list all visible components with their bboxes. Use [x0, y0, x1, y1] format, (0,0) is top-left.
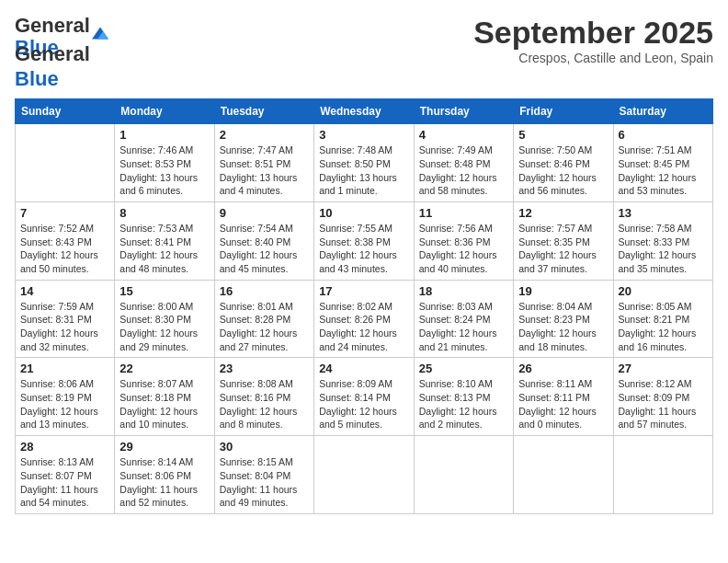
calendar-table: Sunday Monday Tuesday Wednesday Thursday…	[15, 98, 713, 514]
calendar-cell: 3 Sunrise: 7:48 AM Sunset: 8:50 PM Dayli…	[314, 124, 415, 202]
page-header: GeneralBlue General Blue September 2025 …	[15, 15, 713, 91]
sunset: Sunset: 8:50 PM	[319, 158, 391, 169]
daylight: Daylight: 12 hours and 8 minutes.	[220, 406, 298, 431]
day-info: Sunrise: 8:11 AM Sunset: 8:11 PM Dayligh…	[518, 377, 608, 431]
location-subtitle: Crespos, Castille and Leon, Spain	[473, 51, 713, 65]
sunrise: Sunrise: 8:15 AM	[220, 456, 293, 467]
sunrise: Sunrise: 7:56 AM	[419, 223, 493, 234]
day-info: Sunrise: 7:55 AM Sunset: 8:38 PM Dayligh…	[319, 222, 409, 276]
day-info: Sunrise: 7:46 AM Sunset: 8:53 PM Dayligh…	[119, 144, 209, 198]
calendar-cell: 2 Sunrise: 7:47 AM Sunset: 8:51 PM Dayli…	[214, 124, 313, 202]
sunrise: Sunrise: 8:11 AM	[518, 378, 592, 389]
header-tuesday: Tuesday	[214, 99, 313, 124]
daylight: Daylight: 12 hours and 2 minutes.	[419, 406, 497, 431]
calendar-cell	[16, 124, 115, 202]
day-number: 18	[419, 284, 508, 298]
day-info: Sunrise: 8:05 AM Sunset: 8:21 PM Dayligh…	[619, 300, 709, 354]
calendar-cell: 22 Sunrise: 8:07 AM Sunset: 8:18 PM Dayl…	[115, 358, 214, 436]
calendar-cell: 21 Sunrise: 8:06 AM Sunset: 8:19 PM Dayl…	[16, 358, 115, 436]
sunset: Sunset: 8:38 PM	[319, 236, 391, 247]
daylight: Daylight: 12 hours and 24 minutes.	[319, 327, 397, 352]
calendar-week-row: 28 Sunrise: 8:13 AM Sunset: 8:07 PM Dayl…	[16, 436, 713, 514]
logo: GeneralBlue General Blue	[15, 15, 108, 91]
day-number: 16	[220, 284, 309, 298]
sunset: Sunset: 8:51 PM	[220, 158, 291, 169]
day-info: Sunrise: 8:09 AM Sunset: 8:14 PM Dayligh…	[319, 377, 409, 431]
sunrise: Sunrise: 8:03 AM	[419, 301, 493, 312]
sunset: Sunset: 8:45 PM	[619, 158, 690, 169]
calendar-cell: 24 Sunrise: 8:09 AM Sunset: 8:14 PM Dayl…	[314, 358, 415, 436]
calendar-cell: 27 Sunrise: 8:12 AM Sunset: 8:09 PM Dayl…	[613, 358, 713, 436]
sunrise: Sunrise: 7:59 AM	[20, 301, 94, 312]
day-info: Sunrise: 7:53 AM Sunset: 8:41 PM Dayligh…	[119, 222, 209, 276]
sunrise: Sunrise: 8:02 AM	[319, 301, 392, 312]
daylight: Daylight: 12 hours and 18 minutes.	[518, 327, 597, 352]
sunset: Sunset: 8:24 PM	[419, 314, 491, 325]
sunrise: Sunrise: 7:52 AM	[20, 223, 94, 234]
day-info: Sunrise: 8:07 AM Sunset: 8:18 PM Dayligh…	[119, 377, 209, 431]
sunrise: Sunrise: 8:10 AM	[419, 378, 493, 389]
calendar-cell: 28 Sunrise: 8:13 AM Sunset: 8:07 PM Dayl…	[16, 436, 115, 514]
calendar-cell: 10 Sunrise: 7:55 AM Sunset: 8:38 PM Dayl…	[314, 201, 415, 280]
sunrise: Sunrise: 8:06 AM	[20, 378, 94, 389]
calendar-cell	[314, 436, 415, 514]
day-info: Sunrise: 8:00 AM Sunset: 8:30 PM Dayligh…	[119, 300, 209, 354]
day-number: 17	[319, 284, 409, 298]
daylight: Daylight: 11 hours and 57 minutes.	[619, 406, 697, 431]
sunset: Sunset: 8:18 PM	[119, 392, 191, 403]
sunrise: Sunrise: 8:07 AM	[119, 378, 193, 389]
day-number: 13	[619, 206, 709, 220]
day-number: 12	[518, 206, 608, 220]
sunset: Sunset: 8:07 PM	[20, 470, 92, 481]
day-info: Sunrise: 7:58 AM Sunset: 8:33 PM Dayligh…	[619, 222, 709, 276]
day-number: 23	[220, 362, 309, 375]
calendar-cell: 1 Sunrise: 7:46 AM Sunset: 8:53 PM Dayli…	[115, 124, 214, 202]
day-number: 9	[220, 206, 309, 220]
calendar-cell: 26 Sunrise: 8:11 AM Sunset: 8:11 PM Dayl…	[514, 358, 613, 436]
sunset: Sunset: 8:26 PM	[319, 314, 391, 325]
day-number: 5	[518, 128, 608, 142]
calendar-week-row: 7 Sunrise: 7:52 AM Sunset: 8:43 PM Dayli…	[16, 201, 713, 280]
day-info: Sunrise: 8:06 AM Sunset: 8:19 PM Dayligh…	[20, 377, 109, 431]
header-wednesday: Wednesday	[314, 99, 415, 124]
day-number: 27	[619, 362, 709, 375]
calendar-cell: 9 Sunrise: 7:54 AM Sunset: 8:40 PM Dayli…	[214, 201, 313, 280]
day-info: Sunrise: 7:59 AM Sunset: 8:31 PM Dayligh…	[20, 300, 109, 354]
calendar-cell: 19 Sunrise: 8:04 AM Sunset: 8:23 PM Dayl…	[514, 280, 613, 358]
calendar-cell: 8 Sunrise: 7:53 AM Sunset: 8:41 PM Dayli…	[115, 201, 214, 280]
daylight: Daylight: 12 hours and 53 minutes.	[619, 172, 697, 197]
day-info: Sunrise: 8:13 AM Sunset: 8:07 PM Dayligh…	[20, 455, 109, 510]
sunset: Sunset: 8:09 PM	[619, 392, 690, 403]
sunset: Sunset: 8:46 PM	[518, 158, 590, 169]
logo-blue: Blue	[15, 67, 59, 90]
day-info: Sunrise: 7:51 AM Sunset: 8:45 PM Dayligh…	[619, 144, 709, 198]
day-info: Sunrise: 8:03 AM Sunset: 8:24 PM Dayligh…	[419, 300, 508, 354]
sunrise: Sunrise: 7:51 AM	[619, 144, 692, 155]
day-number: 14	[20, 284, 109, 298]
logo-general: General	[15, 42, 90, 65]
daylight: Daylight: 12 hours and 50 minutes.	[20, 249, 98, 274]
calendar-cell: 17 Sunrise: 8:02 AM Sunset: 8:26 PM Dayl…	[314, 280, 415, 358]
day-number: 21	[20, 362, 109, 375]
day-info: Sunrise: 7:54 AM Sunset: 8:40 PM Dayligh…	[220, 222, 309, 276]
sunset: Sunset: 8:28 PM	[220, 314, 291, 325]
day-number: 10	[319, 206, 409, 220]
day-info: Sunrise: 7:50 AM Sunset: 8:46 PM Dayligh…	[518, 144, 608, 198]
daylight: Daylight: 12 hours and 0 minutes.	[518, 406, 597, 431]
calendar-cell: 15 Sunrise: 8:00 AM Sunset: 8:30 PM Dayl…	[115, 280, 214, 358]
daylight: Daylight: 12 hours and 35 minutes.	[619, 249, 697, 274]
sunrise: Sunrise: 7:48 AM	[319, 144, 392, 155]
day-info: Sunrise: 8:02 AM Sunset: 8:26 PM Dayligh…	[319, 300, 409, 354]
sunset: Sunset: 8:11 PM	[518, 392, 590, 403]
sunrise: Sunrise: 7:54 AM	[220, 223, 293, 234]
sunset: Sunset: 8:36 PM	[419, 236, 491, 247]
sunset: Sunset: 8:06 PM	[119, 470, 191, 481]
sunrise: Sunrise: 7:55 AM	[319, 223, 392, 234]
day-number: 3	[319, 128, 409, 142]
day-number: 29	[119, 440, 209, 454]
header-saturday: Saturday	[613, 99, 713, 124]
day-info: Sunrise: 7:56 AM Sunset: 8:36 PM Dayligh…	[419, 222, 508, 276]
daylight: Daylight: 12 hours and 58 minutes.	[419, 172, 497, 197]
sunrise: Sunrise: 8:00 AM	[119, 301, 193, 312]
day-number: 7	[20, 206, 109, 220]
